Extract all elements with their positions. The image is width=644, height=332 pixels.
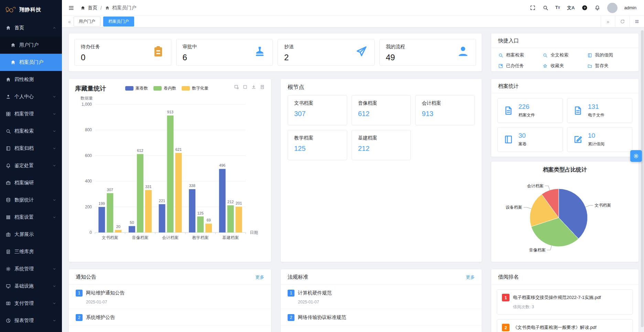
ranking-item-1[interactable]: 2《文书类电子档案检测一般要求》解读.pdf xyxy=(497,319,633,332)
sidebar-item-11[interactable]: 档案设置 xyxy=(0,209,62,226)
quick-link-4[interactable]: 收藏夹 xyxy=(543,63,587,69)
sidebar-item-16[interactable]: 支付管理 xyxy=(0,295,62,312)
sidebar-item-8[interactable]: 鉴定处置 xyxy=(0,157,62,174)
stat-card-label: 审批中 xyxy=(183,44,197,50)
legend-item-0[interactable]: 案卷数 xyxy=(125,85,148,91)
tabbar-actions: » xyxy=(601,16,644,28)
sidebar-item-15[interactable]: 基础设施 xyxy=(0,278,62,295)
archive-stat-card-0[interactable]: 226档案文件 xyxy=(497,98,563,123)
root-node-card-4[interactable]: 基建档案212 xyxy=(352,130,411,160)
hamburger-icon[interactable] xyxy=(68,5,74,11)
sidebar-item-0[interactable]: 首页 xyxy=(0,19,62,37)
right-column: 档案统计 226档案文件131电子文件30案卷10累计借阅 档案类型占比统计 文… xyxy=(491,79,638,262)
chevron-down-icon xyxy=(52,198,56,202)
quick-link-3[interactable]: 已办任务 xyxy=(498,63,543,69)
legend-item-2[interactable]: 数字化量 xyxy=(182,85,208,91)
chevron-up-icon xyxy=(52,26,56,30)
stat-card-3[interactable]: 我的流程49 xyxy=(379,39,476,66)
tab-1[interactable]: 档案员门户 xyxy=(103,17,134,27)
sidebar-item-3[interactable]: 四性检测 xyxy=(0,71,62,88)
archive-stat-card-1[interactable]: 131电子文件 xyxy=(567,98,632,123)
refresh-icon[interactable] xyxy=(615,16,630,28)
notice-item-1[interactable]: 2系统维护公告 xyxy=(69,309,271,325)
sidebar-item-1[interactable]: 用户门户 xyxy=(0,37,62,54)
scrollbar-thumb[interactable] xyxy=(641,30,644,327)
svg-text:数据量: 数据量 xyxy=(80,96,93,101)
stat-card-text: 我的流程49 xyxy=(386,44,405,61)
double-arrow-left-icon[interactable]: « xyxy=(65,19,74,24)
booklet-icon xyxy=(503,134,514,145)
root-node-card-3[interactable]: 教学档案125 xyxy=(288,130,347,160)
sidebar-item-14[interactable]: 系统管理 xyxy=(0,260,62,278)
tab-0[interactable]: 用户门户 xyxy=(74,17,100,27)
svg-text:日期: 日期 xyxy=(250,230,258,235)
stat-card-2[interactable]: 抄送2 xyxy=(278,39,375,66)
sidebar-item-17[interactable]: 报表管理 xyxy=(0,312,62,329)
sidebar-item-18[interactable]: 工作流程 xyxy=(0,329,62,332)
legend-item-1[interactable]: 卷内数 xyxy=(153,85,176,91)
settings-fab[interactable] xyxy=(630,150,642,162)
sidebar-item-10[interactable]: 数据统计 xyxy=(0,191,62,209)
download-icon[interactable] xyxy=(251,84,256,90)
folder-icon xyxy=(587,63,592,69)
archive-stat-value: 10 xyxy=(588,132,604,139)
sidebar-item-7[interactable]: 档案归档 xyxy=(0,140,62,157)
archive-stat-card-2[interactable]: 30案卷 xyxy=(497,127,563,152)
quick-link-0[interactable]: 档案检索 xyxy=(498,52,543,58)
quick-link-5[interactable]: 暂存夹 xyxy=(587,63,632,69)
root-node-card-0[interactable]: 文书档案307 xyxy=(288,95,347,125)
root-node-card-1[interactable]: 音像档案612 xyxy=(352,95,411,125)
item-number-badge: 2 xyxy=(76,314,83,321)
archive-stat-card-3[interactable]: 10累计借阅 xyxy=(567,127,632,152)
ranking-item-0[interactable]: 1电子档案移交接受操作规范2022-7-1实施.pdf借阅次数: 3 xyxy=(497,289,633,314)
zoom-box-icon[interactable] xyxy=(234,84,239,90)
sidebar-item-2[interactable]: 档案员门户 xyxy=(0,54,62,71)
item-title: 系统维护公告 xyxy=(86,314,115,321)
translate-icon[interactable]: 文A xyxy=(567,5,575,11)
stat-card-1[interactable]: 审批中6 xyxy=(176,39,273,66)
law-item-1[interactable]: 2网络传输协议标准规范 xyxy=(281,309,482,325)
restore-icon[interactable] xyxy=(243,84,248,90)
search-icon[interactable] xyxy=(543,5,548,11)
quick-link-2[interactable]: 我的借阅 xyxy=(587,52,632,58)
username[interactable]: admin xyxy=(624,5,636,10)
sidebar-item-12[interactable]: 大屏展示 xyxy=(0,226,62,243)
sidebar-item-9[interactable]: 档案编研 xyxy=(0,174,62,191)
sidebar: 翔静科技 首页用户门户档案员门户四性检测个人中心档案管理档案检索档案归档鉴定处置… xyxy=(0,0,62,332)
quick-links: 档案检索全文检索我的借阅已办任务收藏夹暂存夹 xyxy=(491,48,638,69)
sidebar-item-5[interactable]: 档案管理 xyxy=(0,105,62,123)
chevron-down-icon xyxy=(52,284,56,288)
double-arrow-right-icon[interactable]: » xyxy=(601,16,615,28)
grid-view-icon[interactable] xyxy=(630,16,644,28)
help-icon[interactable]: ? xyxy=(582,5,588,11)
sidebar-item-13[interactable]: 三维库房 xyxy=(0,243,62,260)
notices-more-link[interactable]: 更多 xyxy=(255,274,264,280)
archive-stat-text: 30案卷 xyxy=(518,132,527,147)
sidebar-item-4[interactable]: 个人中心 xyxy=(0,88,62,105)
notice-item-0[interactable]: 1网站维护通知公告2025-01-07 xyxy=(69,284,271,309)
root-card-label: 基建档案 xyxy=(358,135,405,141)
laws-title: 法规标准 xyxy=(288,274,308,280)
pie-chart: 文书档案音像档案设备档案会计档案 xyxy=(491,174,638,262)
bell-icon[interactable] xyxy=(594,5,600,11)
avatar[interactable] xyxy=(607,3,618,13)
laws-more-link[interactable]: 更多 xyxy=(466,274,475,280)
sidebar-item-label: 用户门户 xyxy=(19,42,39,48)
data-view-icon[interactable] xyxy=(260,84,265,90)
fullscreen-icon[interactable] xyxy=(530,5,536,11)
svg-text:文书档案: 文书档案 xyxy=(102,235,118,240)
item-title: 网站维护通知公告 xyxy=(86,290,125,296)
quick-link-1[interactable]: 全文检索 xyxy=(543,52,587,58)
grid-icon xyxy=(6,111,11,117)
law-item-0[interactable]: 1计算机硬件规范2025-01-07 xyxy=(281,284,482,309)
stat-card-0[interactable]: 待办任务0 xyxy=(74,39,171,66)
root-node-card-2[interactable]: 会计档案913 xyxy=(415,95,475,125)
font-size-icon[interactable]: Tт xyxy=(555,5,560,11)
chart-legend: 案卷数卷内数数字化量 xyxy=(125,85,208,91)
svg-text:0: 0 xyxy=(89,230,92,235)
sidebar-item-6[interactable]: 档案检索 xyxy=(0,123,62,140)
breadcrumb-home[interactable]: 首页 xyxy=(88,5,97,11)
svg-text:20: 20 xyxy=(116,225,120,229)
topbar: 首页 / 档案员门户 Tт 文A ? admin xyxy=(62,0,644,15)
sidebar-item-label: 鉴定处置 xyxy=(14,163,34,169)
